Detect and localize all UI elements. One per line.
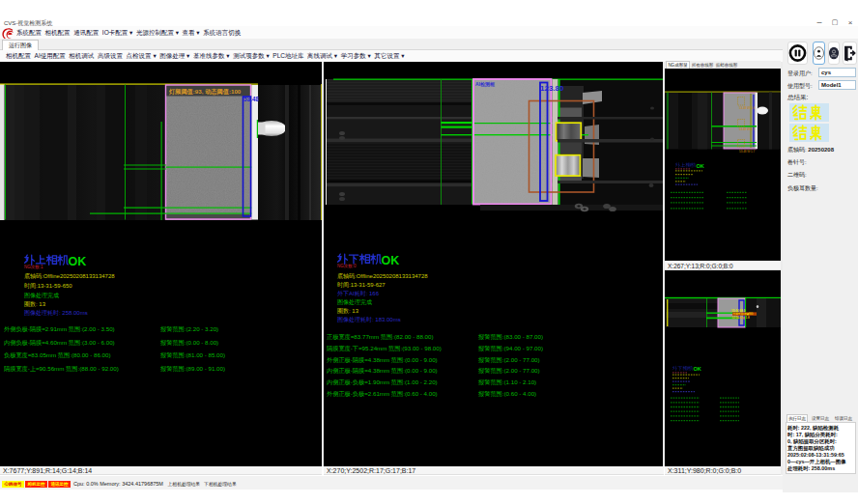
svg-text:AI检测框: AI检测框 bbox=[475, 81, 495, 88]
svg-text:灯频阈值:93, 动态阈值:100: 灯频阈值:93, 动态阈值:100 bbox=[168, 88, 242, 96]
svg-text:53.48 W:1.7: 53.48 W:1.7 bbox=[739, 127, 755, 131]
svg-text:12.04 ang 1.8: 12.04 ang 1.8 bbox=[731, 316, 750, 320]
svg-text:53.48 W:1.7: 53.48 W:1.7 bbox=[739, 150, 755, 154]
svg-text:123.80: 123.80 bbox=[540, 84, 564, 93]
svg-text:OK: OK bbox=[382, 254, 400, 266]
svg-text:OK: OK bbox=[694, 366, 701, 372]
svg-text:53.48 W:1.6: 53.48 W:1.6 bbox=[739, 106, 755, 110]
svg-text:53.48: 53.48 bbox=[243, 96, 259, 102]
svg-text:OK: OK bbox=[697, 163, 704, 169]
svg-text:OK: OK bbox=[69, 255, 87, 267]
